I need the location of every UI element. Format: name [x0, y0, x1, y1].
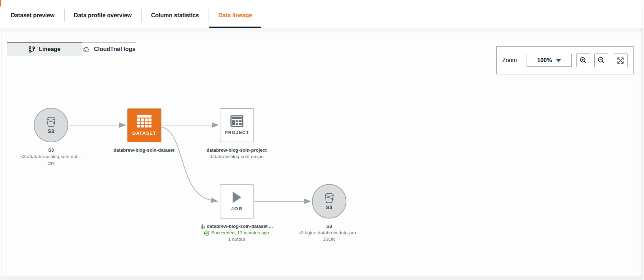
node-subtitle: s3://glue-databrew-data-pro... [299, 230, 360, 236]
dataset-grid-icon [137, 115, 151, 128]
success-check-icon [204, 230, 209, 236]
zoom-in-icon [579, 56, 587, 64]
target-s3-caption: S3 s3://glue-databrew-data-pro... JSON [290, 223, 369, 243]
node-target-s3[interactable]: S3 [312, 184, 346, 219]
zoom-out-button[interactable] [594, 54, 608, 67]
project-caption: databrew-blog-soln-project databrew-blog… [197, 147, 276, 160]
node-inner-label: S3 [326, 205, 332, 210]
tab-data-lineage[interactable]: Data lineage [209, 3, 262, 28]
source-s3-caption: S3 s3://databrew-blog-soln-dat... csv [11, 147, 90, 166]
view-toggle: Lineage CloudTrail logs [7, 42, 136, 56]
node-title: S3 [326, 223, 332, 230]
node-subtitle: - [143, 153, 145, 160]
fullscreen-icon [617, 57, 624, 64]
s3-bucket-icon [45, 116, 57, 128]
job-status-text: Succeeded, 17 minutes ago [211, 230, 269, 236]
zoom-level-value: 100% [537, 57, 552, 64]
lineage-toggle-button[interactable]: Lineage [7, 42, 82, 56]
node-source-s3[interactable]: S3 [34, 108, 68, 142]
node-title: databrew-blog-soln-dataset ... [207, 223, 273, 230]
node-type-label: JOB [231, 206, 243, 211]
s3-bucket-icon [323, 193, 335, 204]
node-type-label: DATASET [132, 130, 156, 136]
node-title-row: databrew-blog-soln-dataset ... [200, 223, 273, 230]
node-inner-label: S3 [48, 128, 54, 134]
job-caption: databrew-blog-soln-dataset ... Succeeded… [190, 223, 283, 243]
node-format: JSON [323, 236, 336, 243]
job-chart-icon [200, 224, 205, 229]
node-subtitle: databrew-blog-soln-recipe [210, 153, 263, 160]
caret-down-icon [556, 59, 561, 62]
tab-data-profile-overview[interactable]: Data profile overview [64, 3, 141, 28]
dataset-caption: databrew-blog-soln-dataset - [104, 147, 183, 160]
fullscreen-button[interactable] [614, 54, 627, 67]
lineage-icon [28, 46, 35, 53]
node-title: S3 [48, 147, 54, 153]
job-play-icon [232, 192, 242, 203]
tab-dataset-preview[interactable]: Dataset preview [1, 3, 64, 28]
job-status-row: Succeeded, 17 minutes ago [204, 230, 269, 236]
zoom-label: Zoom [502, 57, 517, 64]
cloudtrail-toggle-button[interactable]: CloudTrail logs [82, 42, 136, 56]
node-title: databrew-blog-soln-dataset [113, 147, 174, 153]
cloudtrail-icon [83, 46, 90, 52]
node-dataset[interactable]: DATASET [127, 108, 162, 142]
bottom-strip [0, 277, 644, 280]
data-lineage-page: Dataset preview Data profile overview Co… [0, 0, 644, 280]
tab-column-statistics[interactable]: Column statistics [141, 3, 209, 28]
node-subtitle: s3://databrew-blog-soln-dat... [21, 153, 81, 160]
zoom-level-dropdown[interactable]: 100% [527, 54, 572, 67]
job-outputs: 1 output [228, 236, 245, 243]
node-project[interactable]: PROJECT [220, 108, 254, 142]
node-title: databrew-blog-soln-project [206, 147, 267, 153]
node-format: csv [47, 160, 55, 166]
zoom-panel: Zoom 100% [496, 46, 634, 74]
project-table-icon [230, 115, 243, 127]
node-job[interactable]: JOB [220, 184, 254, 219]
cloudtrail-toggle-label: CloudTrail logs [94, 46, 136, 52]
lineage-toggle-label: Lineage [39, 46, 60, 52]
tab-bar: Dataset preview Data profile overview Co… [1, 3, 643, 28]
node-type-label: PROJECT [225, 130, 249, 135]
zoom-in-button[interactable] [577, 54, 590, 67]
zoom-out-icon [597, 56, 605, 64]
